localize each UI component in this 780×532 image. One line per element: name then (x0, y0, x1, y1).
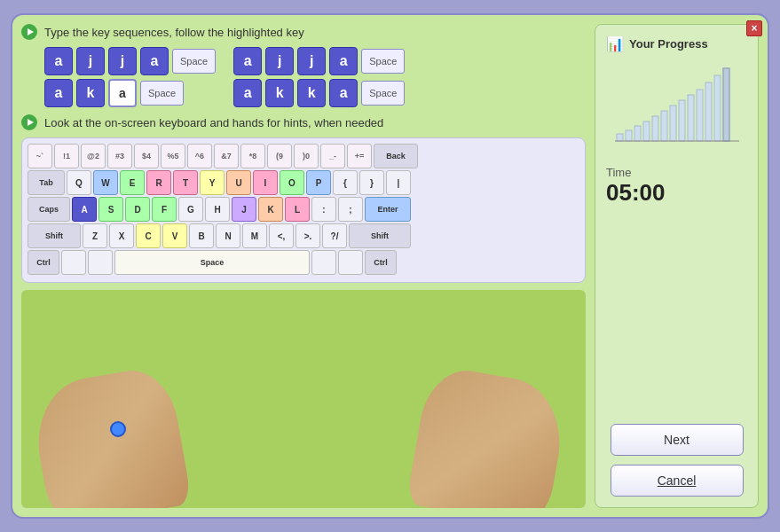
kb-8[interactable]: *8 (240, 144, 265, 168)
time-value: 05:00 (606, 179, 666, 207)
kb-rbracket[interactable]: } (359, 170, 384, 195)
key-j-1: j (76, 47, 105, 75)
kb-fn3[interactable] (311, 250, 336, 275)
kb-i[interactable]: I (253, 170, 278, 195)
kb-u[interactable]: U (226, 170, 251, 195)
key-a-r2: a (329, 47, 358, 75)
key-a-outline: a (108, 79, 137, 107)
kb-b[interactable]: B (189, 223, 214, 248)
kb-pipe[interactable]: | (386, 170, 411, 195)
kb-q[interactable]: Q (67, 170, 91, 195)
kb-ctrl-right[interactable]: Ctrl (365, 250, 397, 275)
key-a-r3: a (233, 79, 262, 107)
cancel-button-label: Cancel (658, 473, 697, 488)
kb-lbracket[interactable]: { (333, 170, 358, 195)
kb-t[interactable]: T (173, 170, 198, 195)
kb-p[interactable]: P (306, 170, 331, 195)
kb-r[interactable]: R (146, 170, 171, 195)
kb-slash[interactable]: ?/ (322, 223, 347, 248)
key-space-1: Space (172, 49, 216, 74)
cancel-button[interactable]: Cancel (611, 465, 744, 497)
kb-row-asdf: Caps A S D F G H J K L : ; Enter (28, 197, 579, 222)
key-k-r1: k (265, 79, 294, 107)
chart-icon: 📊 (606, 35, 624, 52)
kb-w[interactable]: W (93, 170, 118, 195)
kb-2[interactable]: @2 (81, 144, 106, 168)
kb-g[interactable]: G (178, 197, 203, 222)
play-icon-1[interactable] (21, 24, 37, 40)
next-button[interactable]: Next (611, 424, 744, 456)
kb-k[interactable]: K (258, 197, 283, 222)
kb-caps[interactable]: Caps (28, 197, 70, 222)
kb-enter[interactable]: Enter (365, 197, 411, 222)
play-icon-2[interactable] (21, 114, 37, 130)
kb-y[interactable]: Y (200, 170, 225, 195)
key-a-r1: a (233, 47, 262, 75)
kb-e[interactable]: E (120, 170, 145, 195)
kb-tab[interactable]: Tab (28, 170, 65, 195)
kb-tilde[interactable]: ~` (28, 144, 52, 168)
instruction2-text: Look at the on-screen keyboard and hands… (44, 116, 383, 129)
close-button[interactable]: × (746, 20, 762, 36)
key-a-r4: a (329, 79, 358, 107)
kb-row-numbers: ~` !1 @2 #3 $4 %5 ^6 &7 *8 (9 )0 _- += B… (28, 144, 579, 168)
kb-3[interactable]: #3 (107, 144, 132, 168)
kb-f[interactable]: F (152, 197, 177, 222)
kb-z[interactable]: Z (83, 223, 107, 248)
svg-rect-10 (705, 82, 712, 141)
kb-shift-left[interactable]: Shift (28, 223, 81, 248)
kb-6[interactable]: ^6 (187, 144, 212, 168)
kb-row-bottom: Ctrl Space Ctrl (28, 250, 579, 275)
time-section: Time 05:00 (606, 166, 666, 207)
kb-period[interactable]: >. (295, 223, 320, 248)
progress-title-text: Your Progress (629, 37, 708, 51)
kb-fn4[interactable] (338, 250, 363, 275)
kb-d[interactable]: D (125, 197, 150, 222)
svg-rect-8 (688, 95, 694, 141)
kb-x[interactable]: X (109, 223, 134, 248)
kb-s[interactable]: S (98, 197, 123, 222)
kb-comma[interactable]: <, (269, 223, 294, 248)
kb-backspace[interactable]: Back (374, 144, 418, 168)
kb-h[interactable]: H (205, 197, 230, 222)
svg-rect-2 (634, 126, 641, 141)
kb-space[interactable]: Space (114, 250, 310, 275)
kb-0[interactable]: )0 (294, 144, 319, 168)
kb-equals[interactable]: += (347, 144, 372, 168)
kb-1[interactable]: !1 (54, 144, 79, 168)
kb-c[interactable]: C (136, 223, 161, 248)
key-row-left-1: a j j a Space (44, 47, 216, 75)
kb-4[interactable]: $4 (134, 144, 159, 168)
hands-area (21, 290, 586, 508)
kb-n[interactable]: N (216, 223, 240, 248)
kb-ctrl-left[interactable]: Ctrl (28, 250, 59, 275)
kb-m[interactable]: M (242, 223, 267, 248)
key-row-right-1: a j j a Space (233, 47, 405, 75)
kb-9[interactable]: (9 (267, 144, 292, 168)
kb-colon[interactable]: : (311, 197, 336, 222)
seq-group-right: a j j a Space a k k a Space (233, 47, 405, 107)
next-button-label: Next (664, 433, 689, 447)
kb-quote[interactable]: ; (338, 197, 363, 222)
kb-o[interactable]: O (280, 170, 304, 195)
key-a-3: a (44, 79, 73, 107)
kb-shift-right[interactable]: Shift (349, 223, 411, 248)
kb-v[interactable]: V (162, 223, 187, 248)
kb-7[interactable]: &7 (214, 144, 239, 168)
kb-5[interactable]: %5 (161, 144, 185, 168)
key-a-2: a (140, 47, 169, 75)
kb-minus[interactable]: _- (320, 144, 345, 168)
instruction1-text: Type the key sequences, follow the highl… (44, 26, 304, 39)
kb-a[interactable]: A (72, 197, 97, 222)
key-space-r1: Space (361, 49, 405, 74)
kb-fn2[interactable] (88, 250, 113, 275)
hand-left (28, 364, 192, 508)
kb-fn1[interactable] (61, 250, 86, 275)
keyboard-area: ~` !1 @2 #3 $4 %5 ^6 &7 *8 (9 )0 _- += B… (21, 137, 586, 283)
kb-row-qwerty: Tab Q W E R T Y U I O P { } | (28, 170, 579, 195)
key-row-right-2: a k k a Space (233, 79, 405, 107)
progress-chart (615, 61, 739, 150)
instruction2-row: Look at the on-screen keyboard and hands… (21, 114, 586, 130)
kb-l[interactable]: L (285, 197, 310, 222)
kb-j[interactable]: J (232, 197, 256, 222)
